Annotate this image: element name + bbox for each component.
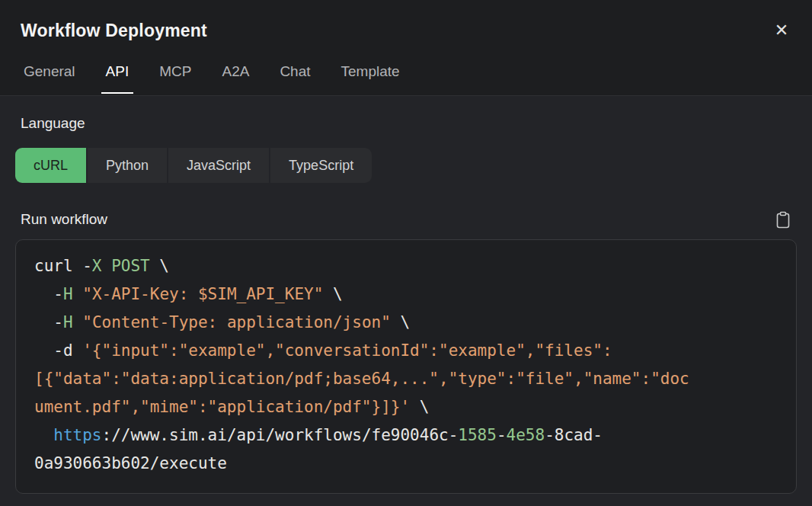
language-option-curl[interactable]: cURL bbox=[15, 148, 86, 183]
language-option-javascript[interactable]: JavaScript bbox=[168, 148, 269, 183]
run-workflow-label: Run workflow bbox=[21, 210, 107, 229]
code-line: curl -X POST \ bbox=[34, 252, 778, 280]
tab-api[interactable]: API bbox=[101, 62, 134, 94]
close-button[interactable]: ✕ bbox=[769, 18, 794, 43]
page-title: Workflow Deployment bbox=[0, 0, 812, 43]
code-line: -d '{"input":"example","conversationId":… bbox=[34, 337, 778, 365]
workflow-deployment-dialog: Workflow Deployment ✕ General API MCP A2… bbox=[0, 0, 812, 506]
language-selector: cURL Python JavaScript TypeScript bbox=[15, 148, 797, 183]
code-block: curl -X POST \ -H "X-API-Key: $SIM_API_K… bbox=[15, 239, 797, 494]
code-line: 0a930663b602/execute bbox=[34, 450, 778, 478]
dialog-header: Workflow Deployment ✕ General API MCP A2… bbox=[0, 0, 812, 96]
tab-a2a[interactable]: A2A bbox=[217, 62, 254, 94]
code-line: -H "X-API-Key: $SIM_API_KEY" \ bbox=[34, 280, 778, 309]
tab-general[interactable]: General bbox=[19, 62, 80, 94]
code-line: https://www.sim.ai/api/workflows/fe90046… bbox=[34, 421, 778, 450]
code-line: ument.pdf","mime":"application/pdf"}]}' … bbox=[34, 393, 778, 421]
tab-mcp[interactable]: MCP bbox=[155, 62, 196, 94]
language-option-typescript[interactable]: TypeScript bbox=[270, 148, 372, 183]
run-workflow-header: Run workflow bbox=[21, 210, 791, 229]
tab-template[interactable]: Template bbox=[337, 62, 404, 94]
tab-chat[interactable]: Chat bbox=[275, 62, 315, 94]
tab-bar: General API MCP A2A Chat Template bbox=[0, 62, 812, 94]
code-line: [{"data":"data:application/pdf;base64,..… bbox=[34, 365, 778, 393]
code-line: -H "Content-Type: application/json" \ bbox=[34, 309, 778, 337]
close-icon: ✕ bbox=[775, 21, 788, 40]
language-option-python[interactable]: Python bbox=[88, 148, 167, 183]
language-label: Language bbox=[21, 114, 797, 133]
dialog-body: Language cURL Python JavaScript TypeScri… bbox=[0, 96, 812, 494]
copy-button[interactable] bbox=[775, 211, 791, 229]
clipboard-icon bbox=[775, 211, 791, 229]
